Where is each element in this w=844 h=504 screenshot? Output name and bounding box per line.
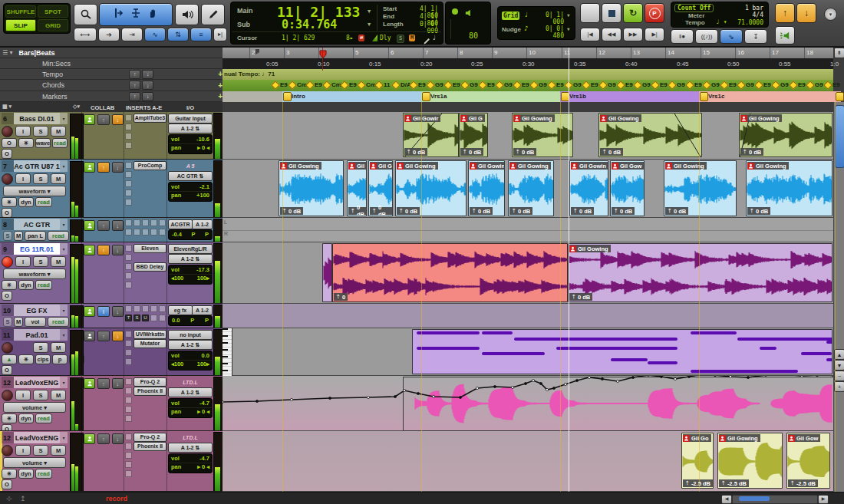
chord-marker[interactable]: E9 bbox=[721, 81, 737, 88]
solo-button[interactable]: S bbox=[33, 390, 48, 400]
insert-plugin-button[interactable]: UVIWrksttn bbox=[134, 330, 166, 339]
audio-clip[interactable]: Gil Gowing⇡0 dB bbox=[746, 160, 832, 216]
vol-value[interactable]: -4.7 bbox=[199, 400, 209, 407]
insert-slot-button[interactable] bbox=[125, 133, 132, 140]
status-grid-icon[interactable]: ⊹ bbox=[6, 495, 12, 502]
ruler-end-button[interactable]: ⇟ bbox=[834, 48, 844, 58]
vol-value[interactable]: 0.0 bbox=[202, 352, 209, 359]
insert-slot-button[interactable] bbox=[125, 349, 132, 356]
audio-clip[interactable]: Gil G⇡0 dB bbox=[368, 160, 393, 216]
input-monitor-button[interactable]: I bbox=[15, 256, 31, 267]
insert-slot-button[interactable] bbox=[125, 443, 132, 450]
track-panel-eg-11r-01[interactable]: 9EG 11R.01▾ISMwaveform ▾✳dynreadO↑↓Eleve… bbox=[0, 242, 223, 304]
collab-upload-button[interactable]: ↑ bbox=[97, 114, 109, 125]
solo-button[interactable]: S bbox=[33, 126, 48, 137]
timeline-insertion-icon[interactable]: ⇄ bbox=[358, 35, 364, 41]
mode-grid-button[interactable]: GRID bbox=[38, 19, 68, 31]
solo-button[interactable]: S bbox=[3, 317, 12, 327]
collab-owner-button[interactable] bbox=[84, 114, 95, 125]
record-enable-button[interactable] bbox=[2, 445, 13, 456]
insert-plugin-button[interactable]: Eleven bbox=[134, 244, 166, 253]
vol-value[interactable]: -2.1 bbox=[199, 183, 209, 190]
chord-marker[interactable]: G9 bbox=[427, 81, 443, 88]
track-panel-pad-01[interactable]: 11Pad.01▾SM▲✳clpspreadO↑↓UVIWrksttnMutat… bbox=[0, 328, 223, 376]
insert-plugin-button[interactable]: Pro-Q 2 bbox=[134, 433, 166, 442]
track-name[interactable]: EG 11R.01 bbox=[14, 243, 60, 255]
insert-slot[interactable]: Phoenix II bbox=[125, 442, 166, 450]
audio-clip[interactable]: Gil Gowing⇡0 dB bbox=[568, 243, 832, 302]
insert-slot[interactable]: UVIWrksttn bbox=[125, 330, 166, 338]
solo-button[interactable]: S bbox=[33, 256, 48, 267]
chord-marker[interactable]: 11 bbox=[376, 81, 390, 88]
track-options-caret[interactable]: ▾ bbox=[60, 243, 68, 255]
sub-counter-dropdown[interactable]: ▼ bbox=[368, 21, 371, 28]
chord-marker[interactable]: E9 bbox=[756, 81, 771, 88]
insert-slot-button[interactable] bbox=[125, 461, 132, 468]
ruler-down-button[interactable]: ↓ bbox=[142, 92, 153, 101]
track-name[interactable]: LeadVoxENG bbox=[14, 432, 60, 443]
track-name[interactable]: Ac GTR U87 1 bbox=[14, 160, 60, 172]
track-mini-button[interactable]: ✳ bbox=[18, 138, 34, 148]
insert-plugin-button[interactable]: AmpliTube3 bbox=[134, 114, 166, 123]
track-options-caret[interactable]: ▾ bbox=[60, 219, 68, 230]
insert-slot[interactable] bbox=[125, 189, 166, 197]
countoff-label[interactable]: Count Off bbox=[674, 4, 714, 12]
clip-gain-badge[interactable]: ⇡-2.5 dB bbox=[719, 479, 749, 487]
track-mini-button[interactable]: ✳ bbox=[2, 413, 17, 423]
track-name[interactable]: LeadVoxENG bbox=[14, 377, 60, 388]
insert-slot[interactable] bbox=[125, 170, 166, 179]
bars-beats-ruler[interactable]: 23456789101112131415161718 bbox=[223, 48, 833, 59]
midi-note[interactable] bbox=[760, 347, 776, 350]
track-name[interactable]: EG FX bbox=[14, 305, 60, 316]
clip-gain-badge[interactable]: ⇡0 dB bbox=[747, 207, 770, 215]
insert-slot-button[interactable] bbox=[159, 219, 166, 226]
insert-slot[interactable] bbox=[125, 180, 166, 188]
wait-for-note-button[interactable]: ‖● bbox=[671, 29, 694, 44]
metronome-button[interactable]: ((♪)) bbox=[695, 29, 718, 44]
track-mini-button[interactable]: ▲ bbox=[2, 354, 17, 364]
audio-clip[interactable]: Gil Gowing⇡0 dB bbox=[598, 113, 702, 157]
insert-slot[interactable] bbox=[125, 253, 166, 262]
main-counter-dropdown[interactable]: ▼ bbox=[368, 8, 371, 15]
insert-slot-button[interactable] bbox=[125, 199, 132, 206]
play-button[interactable]: ↻ bbox=[623, 3, 643, 23]
pre-roll-value[interactable]: 80 bbox=[469, 31, 478, 40]
audition-output-button[interactable] bbox=[775, 26, 795, 44]
collab-download-button[interactable]: ↓ bbox=[112, 220, 124, 231]
collab-upload-button[interactable]: ↑ bbox=[97, 162, 109, 173]
tempo-value[interactable]: 71.0000 bbox=[737, 19, 763, 26]
audio-clip[interactable]: Gil G⇡0 dB bbox=[347, 160, 367, 216]
output-path-button[interactable]: ACGTR bbox=[168, 219, 193, 229]
midi-note[interactable] bbox=[556, 347, 678, 350]
track-mini-button[interactable]: ✳ bbox=[2, 280, 17, 290]
collab-upload-button[interactable]: ↑ bbox=[97, 433, 109, 444]
chord-marker[interactable]: E9 bbox=[652, 81, 668, 88]
audio-clip[interactable]: Gil Gowing⇡-2.5 dB bbox=[717, 433, 783, 489]
meter-options-icon[interactable]: ◇▾ bbox=[73, 104, 80, 110]
insert-slot[interactable] bbox=[125, 357, 166, 366]
midi-note[interactable] bbox=[801, 352, 832, 355]
chord-marker[interactable]: E9 bbox=[341, 81, 357, 88]
insert-slot[interactable] bbox=[125, 348, 166, 357]
midi-note[interactable] bbox=[417, 347, 480, 350]
track-options-caret[interactable]: ▾ bbox=[60, 432, 68, 443]
insert-slot[interactable] bbox=[125, 405, 166, 413]
chord-marker[interactable]: G9 bbox=[635, 81, 651, 88]
insert-slot-button[interactable] bbox=[125, 406, 132, 413]
chord-marker[interactable]: E9 bbox=[410, 81, 426, 88]
output-assignment-button[interactable]: A 1-2 bbox=[192, 219, 213, 229]
insert-slot[interactable] bbox=[125, 123, 166, 131]
audio-clip[interactable]: Gil Gow⇡0 dB bbox=[610, 160, 645, 216]
insert-slot-button[interactable] bbox=[125, 180, 132, 187]
insert-slot-button[interactable] bbox=[125, 305, 132, 312]
fast-forward-button[interactable]: ▶▶ bbox=[623, 28, 643, 41]
insert-plugin-button[interactable]: Phoenix II bbox=[134, 442, 166, 451]
insert-slot-button[interactable] bbox=[134, 219, 140, 226]
insert-slot-button[interactable] bbox=[125, 433, 132, 440]
nudge-value[interactable]: 0| 0| 480 bbox=[533, 25, 564, 39]
ruler-menu-icon[interactable]: ☰ ▾ bbox=[2, 49, 12, 56]
collab-owner-button[interactable] bbox=[84, 433, 95, 444]
pan-value[interactable]: +100 bbox=[196, 192, 209, 199]
clip-gain-badge[interactable]: ⇡0 dB bbox=[509, 207, 532, 215]
insert-slot-button[interactable] bbox=[125, 254, 132, 261]
